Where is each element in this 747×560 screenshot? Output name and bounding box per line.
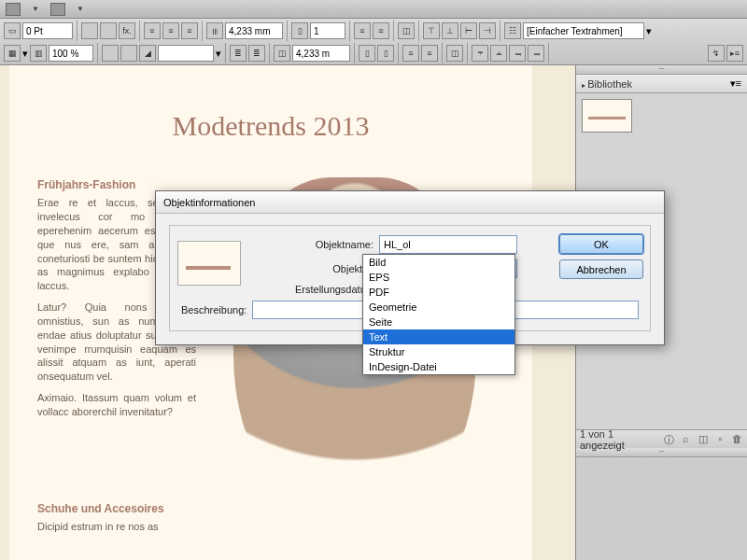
search-icon[interactable]: ⌕	[680, 433, 691, 446]
label-description: Beschreibung:	[181, 304, 247, 315]
dropdown-option[interactable]: Bild	[363, 255, 514, 270]
page-title: Modetrends 2013	[9, 110, 532, 142]
control-toolbar: ▭ fx. ≡ ≡ ≡ ⫼ ▯ ≡ ≡ ◫ ⊤ ⊥ ⊢ ⊣ ☷ ▾ ▦ ▾ ▥	[0, 19, 747, 65]
vertical-center-icon[interactable]: ≡	[373, 22, 389, 39]
object-styles-icon[interactable]: ☷	[504, 22, 521, 39]
ok-button[interactable]: OK	[559, 234, 643, 254]
distribute-icon[interactable]: ≣	[230, 45, 247, 62]
col-count-icon[interactable]: ▯	[291, 22, 308, 39]
va-icon[interactable]: ≡	[421, 45, 438, 62]
dropdown-option[interactable]: PDF	[363, 285, 514, 300]
fill-icon[interactable]: ▦	[4, 45, 21, 62]
dialog-thumbnail	[177, 241, 241, 286]
vertical-top-icon[interactable]: ≡	[354, 22, 371, 39]
view-mode-icon[interactable]	[6, 3, 21, 16]
inset-l-icon[interactable]: ⊢	[460, 22, 477, 39]
wrap-none-icon[interactable]	[81, 22, 98, 39]
quick-apply-icon[interactable]: ↯	[708, 45, 725, 62]
cancel-button[interactable]: Abbrechen	[559, 259, 643, 279]
distribute-icon[interactable]: ≣	[248, 45, 265, 62]
dropdown-option[interactable]: Geometrie	[363, 300, 514, 315]
align-left-icon[interactable]: ≡	[144, 22, 161, 39]
span-icon[interactable]: ▯	[377, 45, 394, 62]
stroke-icon[interactable]: ▭	[4, 22, 21, 39]
col-count-input[interactable]	[310, 22, 345, 39]
wrap-bounding-icon[interactable]	[100, 22, 117, 39]
section-heading: Schuhe und Accesoires	[37, 501, 196, 516]
dropdown-arrow-icon[interactable]: ▼	[77, 5, 84, 13]
corner-input[interactable]	[158, 45, 214, 62]
dialog-title: Objektinformationen	[163, 197, 255, 208]
dropdown-option[interactable]: Text	[363, 329, 514, 344]
align-b-icon[interactable]: ⫬	[528, 45, 544, 62]
dropdown-arrow-icon[interactable]: ▾	[22, 48, 28, 60]
trash-icon[interactable]: 🗑	[732, 433, 743, 446]
baseline-icon[interactable]: ◫	[398, 22, 415, 39]
panel-status: 1 von 1 angezeigt	[580, 428, 652, 451]
label-objecttype: Objektart:	[256, 263, 377, 274]
wrap-icon[interactable]	[120, 45, 137, 62]
new-item-icon[interactable]: ◫	[698, 433, 709, 446]
wrap-icon[interactable]	[102, 45, 119, 62]
va-icon[interactable]: ≡	[402, 45, 419, 62]
row-height-input[interactable]	[292, 45, 350, 62]
panel-title: Bibliothek	[582, 78, 632, 90]
dropdown-arrow-icon[interactable]: ▾	[646, 25, 652, 37]
panel-title-bar[interactable]: Bibliothek ▾≡	[576, 75, 747, 93]
align-right-icon[interactable]: ≡	[181, 22, 198, 39]
dropdown-option[interactable]: Struktur	[363, 344, 514, 359]
rows-icon[interactable]: ◫	[274, 45, 290, 62]
fx-icon[interactable]: fx.	[119, 22, 135, 39]
align-center-icon[interactable]: ≡	[162, 22, 179, 39]
panel-footer: 1 von 1 angezeigt ⓘ ⌕ ◫ ▫ 🗑	[576, 429, 747, 448]
dropdown-option[interactable]: InDesign-Datei	[363, 359, 514, 374]
align-t-icon[interactable]: ⫧	[472, 45, 488, 62]
dialog-titlebar[interactable]: Objektinformationen	[156, 191, 664, 214]
gutter-input[interactable]	[225, 22, 283, 39]
dropdown-arrow-icon[interactable]: ▾	[216, 48, 221, 60]
zoom-input[interactable]	[49, 45, 93, 62]
label-objectname: Objektname:	[256, 239, 374, 250]
inset-t-icon[interactable]: ⊤	[423, 22, 440, 39]
library-item-thumb[interactable]	[582, 99, 632, 133]
inset-b-icon[interactable]: ⊥	[442, 22, 458, 39]
label-date: Erstellungsdatum:	[256, 284, 377, 295]
grid-icon[interactable]: ◫	[446, 45, 463, 62]
span-icon[interactable]: ▯	[359, 45, 375, 62]
frame-type-input[interactable]	[523, 22, 644, 39]
menu-icon[interactable]: ▸≡	[726, 45, 743, 62]
dropdown-option[interactable]: Seite	[363, 315, 514, 329]
new-icon[interactable]: ▫	[714, 433, 726, 446]
arrangement-icon[interactable]	[50, 3, 65, 16]
dropdown-option[interactable]: EPS	[363, 270, 514, 285]
stroke-weight-input[interactable]	[22, 22, 73, 39]
panel-menu-icon[interactable]: ▾≡	[730, 77, 741, 90]
align-b-icon[interactable]: ⫬	[509, 45, 526, 62]
columns-icon[interactable]: ⫼	[206, 22, 223, 39]
objectname-input[interactable]	[379, 235, 517, 254]
body-text: Aximaio. Itassum quam volum et vollacc a…	[37, 391, 196, 419]
body-text: Dicipid estrum in re nos as	[37, 520, 196, 534]
dropdown-arrow-icon[interactable]: ▼	[32, 5, 39, 13]
objecttype-dropdown[interactable]: BildEPSPDFGeometrieSeiteTextStrukturInDe…	[362, 254, 515, 375]
inset-r-icon[interactable]: ⊣	[479, 22, 496, 39]
gradient-icon[interactable]: ▥	[30, 45, 47, 62]
align-m-icon[interactable]: ⫨	[490, 45, 507, 62]
app-menubar: ▼ ▼	[0, 0, 747, 19]
panel-grip[interactable]: ⸺	[576, 65, 747, 75]
corner-icon[interactable]: ◢	[139, 45, 156, 62]
info-icon[interactable]: ⓘ	[663, 433, 674, 446]
